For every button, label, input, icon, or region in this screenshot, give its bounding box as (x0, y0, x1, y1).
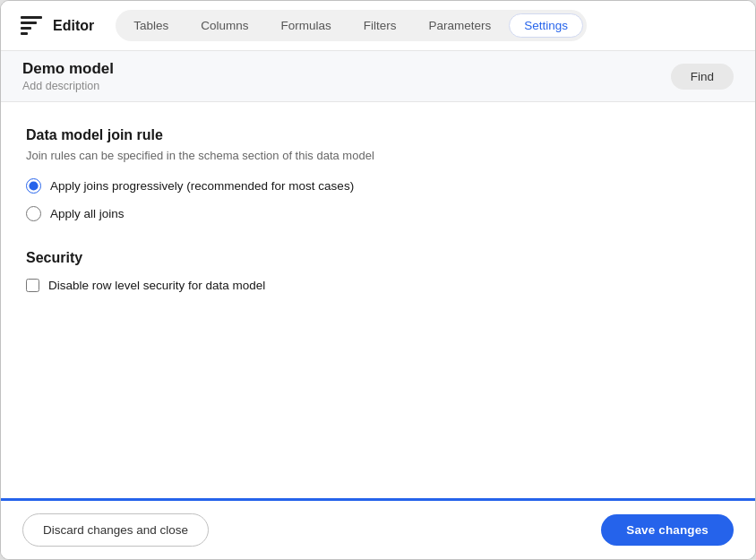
join-rule-options: Apply joins progressively (recommended f… (26, 178, 730, 221)
nav-tabs: Tables Columns Formulas Filters Paramete… (116, 10, 587, 41)
security-section: Security Disable row level security for … (26, 250, 730, 292)
logo-icon (17, 12, 46, 40)
find-button[interactable]: Find (671, 64, 734, 90)
tab-columns[interactable]: Columns (186, 14, 262, 37)
model-description[interactable]: Add description (22, 80, 114, 92)
footer: Discard changes and close Save changes (1, 498, 755, 559)
tab-settings[interactable]: Settings (509, 13, 583, 38)
logo: Editor (17, 12, 94, 40)
radio-all-joins[interactable] (26, 206, 41, 221)
editor-window: Editor Tables Columns Formulas Filters P… (0, 0, 756, 560)
join-rule-section: Data model join rule Join rules can be s… (26, 127, 730, 221)
model-bar: Demo model Add description Find (1, 51, 755, 102)
join-rule-title: Data model join rule (26, 127, 730, 143)
main-content: Data model join rule Join rules can be s… (1, 102, 755, 498)
svg-rect-0 (21, 16, 42, 19)
discard-button[interactable]: Discard changes and close (22, 513, 209, 547)
tab-tables[interactable]: Tables (119, 14, 183, 37)
radio-all-joins-label: Apply all joins (50, 207, 125, 220)
tab-parameters[interactable]: Parameters (415, 14, 506, 37)
radio-progressive[interactable] (26, 178, 41, 194)
svg-rect-2 (21, 27, 31, 30)
tab-formulas[interactable]: Formulas (267, 14, 346, 37)
header: Editor Tables Columns Formulas Filters P… (1, 1, 755, 51)
save-button[interactable]: Save changes (601, 514, 734, 546)
security-title: Security (26, 250, 730, 266)
svg-rect-3 (21, 32, 28, 35)
model-info: Demo model Add description (22, 60, 114, 92)
radio-progressive-label: Apply joins progressively (recommended f… (50, 179, 354, 193)
model-name: Demo model (22, 60, 114, 78)
checkbox-row-security[interactable] (26, 279, 39, 292)
tab-filters[interactable]: Filters (349, 14, 411, 37)
checkbox-item-row-security[interactable]: Disable row level security for data mode… (26, 279, 730, 292)
radio-item-progressive[interactable]: Apply joins progressively (recommended f… (26, 178, 730, 194)
logo-text: Editor (53, 18, 94, 34)
checkbox-row-security-label: Disable row level security for data mode… (48, 279, 265, 292)
svg-rect-1 (21, 22, 37, 24)
radio-item-all-joins[interactable]: Apply all joins (26, 206, 730, 221)
join-rule-description: Join rules can be specified in the schem… (26, 149, 730, 162)
